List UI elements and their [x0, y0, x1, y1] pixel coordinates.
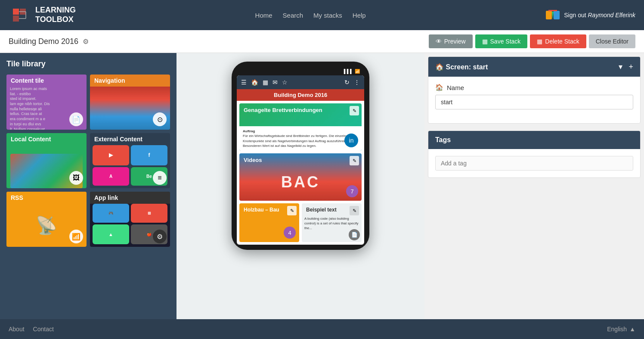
grid-icon: ▦	[482, 38, 488, 45]
phone-home-icon[interactable]: 🏠	[251, 79, 258, 86]
content-tile-icon: 📄	[69, 112, 83, 126]
phone-tile-brett-badge: in	[344, 134, 358, 147]
phone-tile-brett[interactable]: Genagelte Brettverbindungen ✎ in Auftrag…	[239, 103, 362, 151]
phone-tiles-bottom-row: Holzbau – Bau ✎ 4 Beispiel text ✎ A buil…	[239, 203, 362, 242]
settings-icon[interactable]: ⚙	[83, 37, 89, 46]
content-tile[interactable]: Content tile Lorem ipsum ac matsliat. - …	[6, 75, 87, 130]
screen-dropdown-btn[interactable]: ▾	[619, 62, 622, 72]
navigation-tile-label: Navigation	[90, 75, 170, 87]
local-content-tile[interactable]: Local Content 🖼	[6, 133, 87, 188]
phone-tile-beispiel[interactable]: Beispiel text ✎ A building code (also bu…	[302, 203, 362, 242]
tags-section-header: Tags	[428, 131, 640, 149]
logo-area: LEARNING TOOLBOX	[9, 4, 76, 26]
screen-header-actions: ▾ +	[619, 62, 633, 72]
header: LEARNING TOOLBOX Home Search My stacks H…	[0, 0, 644, 30]
nav-help[interactable]: Help	[353, 12, 366, 19]
phone-tile-beispiel-edit[interactable]: ✎	[350, 206, 359, 215]
trash-icon: ▦	[537, 38, 542, 45]
phone-qr-icon[interactable]: ▦	[263, 79, 268, 86]
eye-icon: 👁	[436, 38, 442, 45]
svg-rect-7	[554, 11, 560, 19]
tile-library-title: Tile library	[6, 59, 170, 68]
phone-star-icon[interactable]: ☆	[282, 79, 288, 86]
app-link-tile-icon: ⚙	[153, 230, 167, 243]
footer-contact[interactable]: Contact	[33, 326, 54, 333]
subheader-toolbar: Building Demo 2016 ⚙ 👁 Preview ▦ Save St…	[0, 30, 644, 53]
phone-tile-videos-badge: 7	[346, 185, 358, 197]
tags-section: Tags	[428, 131, 641, 178]
preview-button[interactable]: 👁 Preview	[429, 34, 473, 48]
app-link-tile[interactable]: App link 🎮 ⊞ ▲ 🍎 ⚙	[90, 192, 170, 247]
phone-menu-icon[interactable]: ☰	[241, 79, 247, 86]
home-icon-name: 🏠	[435, 84, 443, 91]
tag-input[interactable]	[435, 156, 633, 171]
name-input[interactable]	[435, 95, 633, 109]
tags-title: Tags	[435, 136, 451, 144]
phone-refresh-icon[interactable]: ↻	[344, 79, 350, 86]
phone-tile-holzbau-edit[interactable]: ✎	[287, 206, 297, 215]
external-content-tile-icon: ≡	[153, 171, 167, 185]
close-editor-button[interactable]: Close Editor	[589, 34, 635, 48]
phone-screen: ☰ 🏠 ▦ ✉ ☆ ↻ ⋮ Building Demo 2016	[237, 75, 364, 245]
phone-mockup: ▌▌▌ 📶 ☰ 🏠 ▦ ✉ ☆ ↻ ⋮ Bu	[232, 62, 369, 250]
phone-tile-brett-edit[interactable]: ✎	[350, 106, 359, 115]
phone-tile-holzbau[interactable]: Holzbau – Bau ✎ 4	[239, 203, 299, 242]
save-stack-button[interactable]: ▦ Save Stack	[475, 34, 528, 48]
navigation-tile[interactable]: Navigation ⊙	[90, 75, 170, 130]
delete-stack-button[interactable]: ▦ Delete Stack	[530, 34, 586, 48]
nav-search[interactable]: Search	[283, 12, 303, 19]
name-field-group: 🏠 Name	[435, 84, 633, 109]
phone-mail-icon[interactable]: ✉	[272, 79, 278, 86]
signout-book-icon	[545, 9, 560, 21]
rss-tile-icon: 📶	[69, 230, 83, 243]
logo-icon	[9, 4, 30, 26]
tile-grid: Content tile Lorem ipsum ac matsliat. - …	[6, 75, 170, 247]
svg-rect-6	[546, 11, 552, 19]
tile-library: Tile library Content tile Lorem ipsum ac…	[0, 53, 176, 319]
footer-about[interactable]: About	[9, 326, 25, 333]
signout-text: Sign out Raymond Elferink	[564, 12, 635, 19]
wifi-icon: 📶	[355, 69, 360, 74]
language-arrow-icon: ▲	[629, 326, 635, 333]
screen-panel-body: 🏠 Name	[428, 77, 640, 123]
phone-status-bar: ▌▌▌ 📶	[237, 67, 364, 75]
phone-tile-videos-edit[interactable]: ✎	[350, 156, 359, 165]
signal-icon: ▌▌▌	[344, 69, 353, 74]
navigation-tile-icon: ⊙	[153, 112, 167, 126]
phone-tile-holzbau-badge: 4	[284, 227, 296, 239]
phone-more-icon[interactable]: ⋮	[354, 79, 360, 86]
screen-section: 🏠 Screen: start ▾ + 🏠 Name	[428, 56, 641, 124]
name-label: 🏠 Name	[435, 84, 633, 91]
nav-home[interactable]: Home	[255, 12, 272, 19]
phone-topbar-left: ☰ 🏠 ▦ ✉ ☆	[241, 79, 288, 86]
screen-section-header: 🏠 Screen: start ▾ +	[428, 57, 640, 77]
main-content: Tile library Content tile Lorem ipsum ac…	[0, 53, 644, 319]
language-label: English	[607, 326, 627, 333]
svg-rect-8	[548, 10, 557, 11]
screen-add-btn[interactable]: +	[629, 62, 633, 72]
toolbar-buttons: 👁 Preview ▦ Save Stack ▦ Delete Stack Cl…	[429, 34, 635, 48]
footer-language[interactable]: English ▲	[607, 326, 635, 333]
footer-links: About Contact	[9, 326, 54, 333]
tags-panel-body	[428, 149, 640, 177]
nav-my-stacks[interactable]: My stacks	[313, 12, 342, 19]
page-title: Building Demo 2016	[9, 37, 78, 46]
phone-area: ▌▌▌ 📶 ☰ 🏠 ▦ ✉ ☆ ↻ ⋮ Bu	[176, 53, 424, 319]
home-icon-screen: 🏠	[435, 63, 446, 71]
signout-area[interactable]: Sign out Raymond Elferink	[545, 9, 635, 21]
rss-tile[interactable]: RSS 📡 📶	[6, 192, 87, 247]
logo-text: LEARNING TOOLBOX	[35, 6, 76, 24]
phone-tile-brett-label: Genagelte Brettverbindungen	[239, 103, 362, 117]
screen-title: 🏠 Screen: start	[435, 63, 488, 71]
content-tile-label: Content tile	[6, 75, 87, 87]
external-content-tile[interactable]: External Content ▶ f A Be ≡	[90, 133, 170, 188]
local-content-tile-label: Local Content	[6, 133, 87, 145]
phone-topbar: ☰ 🏠 ▦ ✉ ☆ ↻ ⋮	[237, 75, 364, 89]
rss-tile-label: RSS	[6, 192, 87, 204]
external-content-tile-label: External Content	[90, 133, 170, 145]
phone-tile-brett-content: Auftrag Für ein Wirtschaftsgebäude sind …	[239, 126, 362, 151]
svg-rect-0	[13, 9, 19, 15]
phone-tile-videos[interactable]: Videos ✎ BAC 7	[239, 153, 362, 201]
main-nav: Home Search My stacks Help	[255, 12, 366, 19]
local-content-tile-icon: 🖼	[69, 171, 83, 185]
